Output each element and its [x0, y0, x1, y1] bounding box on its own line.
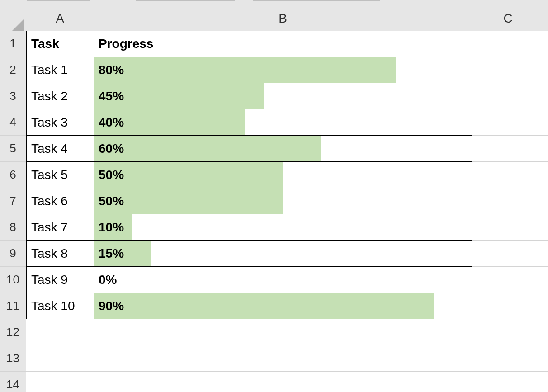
cell-overflow[interactable] — [544, 83, 548, 109]
cell-b9[interactable]: 15% — [94, 241, 472, 267]
cell-overflow[interactable] — [544, 267, 548, 293]
cell-b10[interactable]: 0% — [94, 267, 472, 293]
progress-label: 40% — [94, 109, 124, 136]
cell-c1[interactable] — [472, 31, 544, 57]
cell-overflow[interactable] — [544, 241, 548, 267]
row-header[interactable]: 2 — [0, 57, 26, 83]
cell-a13[interactable] — [26, 345, 94, 372]
cell-overflow[interactable] — [544, 319, 548, 345]
cell-a12[interactable] — [26, 319, 94, 345]
cell-a10[interactable]: Task 9 — [26, 267, 94, 293]
cell-overflow[interactable] — [544, 109, 548, 136]
column-header-a[interactable]: A — [26, 5, 94, 33]
cell-b12[interactable] — [94, 319, 472, 345]
row-header[interactable]: 12 — [0, 319, 26, 345]
cell-c10[interactable] — [472, 267, 544, 293]
progress-bar — [94, 293, 434, 319]
row-header[interactable]: 11 — [0, 293, 26, 319]
cell-b11[interactable]: 90% — [94, 293, 472, 319]
row-header[interactable]: 14 — [0, 372, 26, 392]
cell-b13[interactable] — [94, 345, 472, 372]
cell-c9[interactable] — [472, 241, 544, 267]
cell-b4[interactable]: 40% — [94, 109, 472, 136]
cell-b2[interactable]: 80% — [94, 57, 472, 83]
row-header[interactable]: 4 — [0, 109, 26, 136]
cell-c4[interactable] — [472, 109, 544, 136]
cell-overflow[interactable] — [544, 372, 548, 392]
spreadsheet-grid[interactable]: A B C 1 Task Progress 2 Task 1 80% 3 Tas… — [0, 5, 548, 392]
row-header[interactable]: 8 — [0, 214, 26, 241]
cell-c12[interactable] — [472, 319, 544, 345]
cell-b1[interactable]: Progress — [94, 31, 472, 57]
progress-label: 90% — [94, 293, 124, 319]
cell-a7[interactable]: Task 6 — [26, 188, 94, 214]
cell-c11[interactable] — [472, 293, 544, 319]
select-all-corner[interactable] — [0, 5, 26, 33]
row-header[interactable]: 5 — [0, 136, 26, 162]
progress-bar — [94, 136, 321, 161]
progress-label: 50% — [94, 162, 124, 188]
row-header[interactable]: 9 — [0, 241, 26, 267]
cell-c3[interactable] — [472, 83, 544, 109]
row-header[interactable]: 3 — [0, 83, 26, 109]
cell-a3[interactable]: Task 2 — [26, 83, 94, 109]
cell-a6[interactable]: Task 5 — [26, 162, 94, 188]
cell-a14[interactable] — [26, 372, 94, 392]
cell-overflow[interactable] — [544, 293, 548, 319]
column-header-c[interactable]: C — [472, 5, 544, 33]
row-header[interactable]: 13 — [0, 345, 26, 372]
cell-c14[interactable] — [472, 372, 544, 392]
cell-c13[interactable] — [472, 345, 544, 372]
cell-b6[interactable]: 50% — [94, 162, 472, 188]
row-header[interactable]: 10 — [0, 267, 26, 293]
progress-label: 0% — [94, 267, 117, 293]
cell-b8[interactable]: 10% — [94, 214, 472, 241]
cell-overflow[interactable] — [544, 31, 548, 57]
progress-label: 45% — [94, 83, 124, 109]
row-header[interactable]: 7 — [0, 188, 26, 214]
cell-b14[interactable] — [94, 372, 472, 392]
cell-a4[interactable]: Task 3 — [26, 109, 94, 136]
cell-a1[interactable]: Task — [26, 31, 94, 57]
cell-c6[interactable] — [472, 162, 544, 188]
progress-label: 50% — [94, 188, 124, 214]
cell-c5[interactable] — [472, 136, 544, 162]
cell-overflow[interactable] — [544, 162, 548, 188]
cell-a11[interactable]: Task 10 — [26, 293, 94, 319]
cell-c8[interactable] — [472, 214, 544, 241]
progress-label: 15% — [94, 241, 124, 267]
progress-label: 80% — [94, 57, 124, 83]
svg-marker-0 — [12, 19, 24, 31]
ribbon-fragment — [0, 0, 548, 5]
cell-b5[interactable]: 60% — [94, 136, 472, 162]
row-header[interactable]: 1 — [0, 31, 26, 57]
progress-label: 10% — [94, 214, 124, 241]
cell-overflow[interactable] — [544, 214, 548, 241]
row-header[interactable]: 6 — [0, 162, 26, 188]
cell-a5[interactable]: Task 4 — [26, 136, 94, 162]
cell-overflow[interactable] — [544, 136, 548, 162]
cell-overflow[interactable] — [544, 57, 548, 83]
cell-c2[interactable] — [472, 57, 544, 83]
cell-b7[interactable]: 50% — [94, 188, 472, 214]
progress-label: 60% — [94, 136, 124, 162]
cell-overflow[interactable] — [544, 345, 548, 372]
cell-a9[interactable]: Task 8 — [26, 241, 94, 267]
cell-c7[interactable] — [472, 188, 544, 214]
select-all-triangle-icon — [12, 19, 24, 31]
cell-b3[interactable]: 45% — [94, 83, 472, 109]
cell-a2[interactable]: Task 1 — [26, 57, 94, 83]
cell-a8[interactable]: Task 7 — [26, 214, 94, 241]
cell-overflow[interactable] — [544, 188, 548, 214]
column-header-overflow — [544, 5, 548, 33]
column-header-b[interactable]: B — [94, 5, 472, 33]
progress-bar — [94, 57, 396, 83]
